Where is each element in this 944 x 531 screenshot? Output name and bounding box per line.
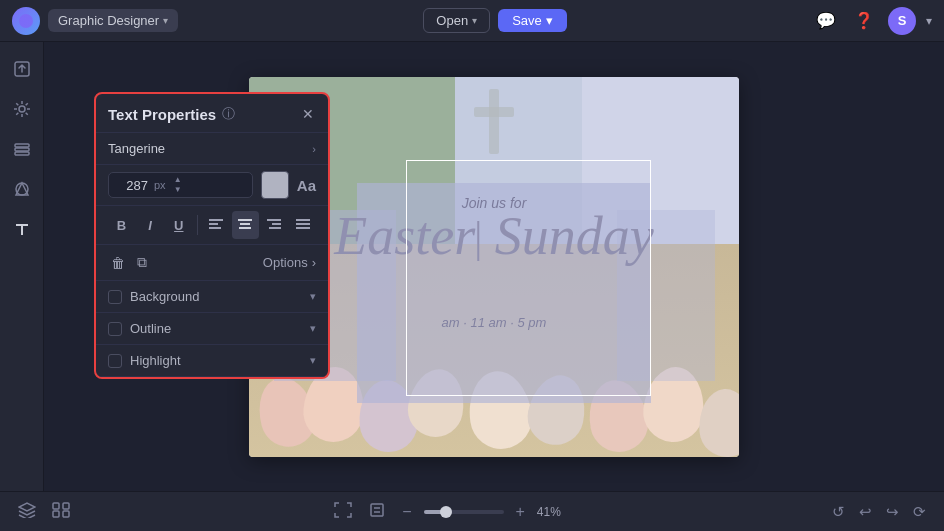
background-section: Background ▾ [96,281,328,313]
svg-rect-25 [371,504,383,516]
background-left: Background [108,289,199,304]
size-unit-label: px [154,179,170,191]
topbar-center: Open ▾ Save ▾ [423,8,566,33]
highlight-checkbox[interactable] [108,354,122,368]
duplicate-button[interactable]: ⧉ [134,251,150,274]
save-chevron: ▾ [546,13,553,28]
avatar-initials: S [898,13,907,28]
canvas-area: Text Properties ⓘ ✕ Tangerine › px ▲ ▼ [44,42,944,491]
card-easter-text: Easter Sunday [334,205,653,267]
font-chevron-icon: › [312,143,316,155]
open-button[interactable]: Open ▾ [423,8,490,33]
svg-rect-7 [209,219,223,221]
fit-page-button[interactable] [364,498,390,525]
align-right-button[interactable] [261,211,288,239]
zoom-knob [440,506,452,518]
undo-button[interactable]: ↩ [855,499,876,525]
font-size-input[interactable] [109,174,154,197]
sidebar-upload-button[interactable] [5,52,39,86]
italic-button[interactable]: I [137,211,164,239]
options-button[interactable]: Options › [263,255,316,270]
svg-rect-9 [209,227,221,229]
size-up-button[interactable]: ▲ [173,175,183,185]
topbar-left: Graphic Designer ▾ [12,7,178,35]
sidebar-shapes-button[interactable] [5,172,39,206]
options-row: 🗑 ⧉ Options › [96,245,328,281]
sidebar-text-button[interactable] [5,212,39,246]
svg-rect-15 [269,227,281,229]
svg-rect-10 [238,219,252,221]
app-logo [12,7,40,35]
svg-rect-23 [53,511,59,517]
text-case-button[interactable]: Aa [297,177,316,194]
svg-rect-4 [15,148,29,151]
font-name-label: Tangerine [108,141,165,156]
grid-bottom-button[interactable] [48,498,74,525]
outline-chevron-icon: ▾ [310,322,316,335]
svg-rect-3 [15,144,29,147]
fit-screen-button[interactable] [330,498,356,525]
app-name-chevron: ▾ [163,15,168,26]
bold-button[interactable]: B [108,211,135,239]
background-label: Background [130,289,199,304]
close-button[interactable]: ✕ [300,104,316,124]
highlight-left: Highlight [108,353,181,368]
sidebar-icons [0,42,44,491]
format-row: B I U [96,206,328,245]
font-name-row[interactable]: Tangerine › [96,133,328,165]
zoom-slider[interactable] [424,510,504,514]
highlight-section: Highlight ▾ [96,345,328,377]
redo-button[interactable]: ↪ [882,499,903,525]
save-label: Save [512,13,542,28]
bottom-left [14,498,74,525]
chat-icon-button[interactable]: 💬 [812,7,840,34]
layers-bottom-button[interactable] [14,498,40,525]
svg-point-6 [16,183,28,195]
outline-left: Outline [108,321,171,336]
cross-icon [469,89,519,154]
size-input-wrap: px ▲ ▼ [108,172,253,198]
align-center-button[interactable] [232,211,259,239]
avatar[interactable]: S [888,7,916,35]
text-properties-panel: Text Properties ⓘ ✕ Tangerine › px ▲ ▼ [94,92,330,379]
underline-button[interactable]: U [165,211,192,239]
svg-rect-5 [15,152,29,155]
sidebar-adjust-button[interactable] [5,92,39,126]
help-icon-button[interactable]: ❓ [850,7,878,34]
svg-rect-22 [63,503,69,509]
background-row[interactable]: Background ▾ [108,281,316,312]
svg-rect-24 [63,511,69,517]
zoom-in-button[interactable]: + [512,499,529,525]
sidebar-layers-button[interactable] [5,132,39,166]
outline-checkbox[interactable] [108,322,122,336]
card-time-text: am · 11 am · 5 pm [442,315,547,330]
color-swatch[interactable] [261,171,289,199]
app-name-button[interactable]: Graphic Designer ▾ [48,9,178,32]
highlight-row[interactable]: Highlight ▾ [108,345,316,376]
svg-rect-11 [240,223,250,225]
bottom-right: ↺ ↩ ↪ ⟳ [828,499,930,525]
save-button[interactable]: Save ▾ [498,9,567,32]
highlight-chevron-icon: ▾ [310,354,316,367]
zoom-percent-label: 41% [537,505,572,519]
delete-button[interactable]: 🗑 [108,252,128,274]
refresh-button[interactable]: ↺ [828,499,849,525]
svg-rect-12 [239,227,251,229]
zoom-out-button[interactable]: − [398,499,415,525]
open-label: Open [436,13,468,28]
options-chevron: › [312,255,316,270]
align-justify-button[interactable] [289,211,316,239]
info-icon[interactable]: ⓘ [222,105,235,123]
outline-row[interactable]: Outline ▾ [108,313,316,344]
history-button[interactable]: ⟳ [909,499,930,525]
size-down-button[interactable]: ▼ [173,185,183,195]
topbar-right: 💬 ❓ S ▾ [812,7,932,35]
topbar: Graphic Designer ▾ Open ▾ Save ▾ 💬 ❓ S ▾ [0,0,944,42]
background-chevron-icon: ▾ [310,290,316,303]
align-left-button[interactable] [203,211,230,239]
expand-button[interactable]: ▾ [926,14,932,28]
background-checkbox[interactable] [108,290,122,304]
options-left: 🗑 ⧉ [108,251,150,274]
text-cursor [477,221,479,261]
panel-title-row: Text Properties ⓘ [108,105,235,123]
